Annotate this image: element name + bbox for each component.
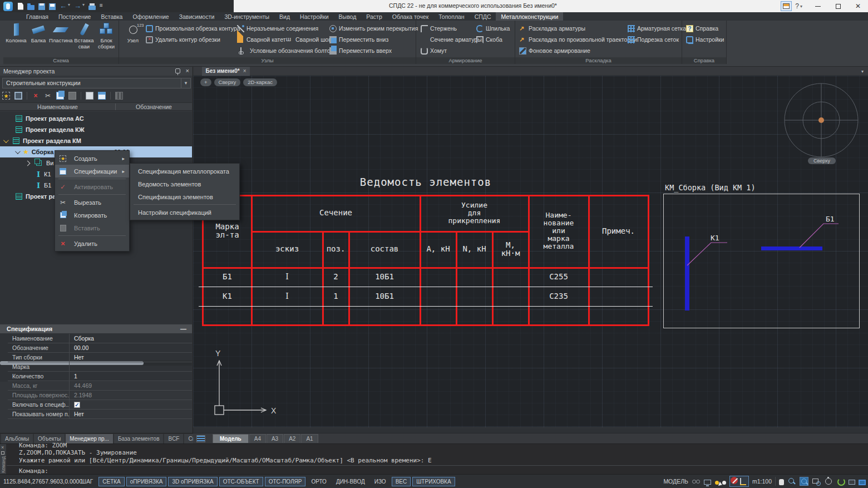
chevron-down-icon[interactable] <box>15 149 21 154</box>
model-space-label[interactable]: МОДЕЛЬ <box>663 478 688 485</box>
staple-button[interactable]: Скоба <box>476 35 502 44</box>
prop-row-show-number[interactable]: Показывать номер п... Нет <box>8 410 192 419</box>
toggle-izo[interactable]: ИЗО <box>371 477 390 486</box>
zoom-icon[interactable] <box>787 477 796 486</box>
rebar-section-button[interactable]: Сечение арматуры <box>421 35 482 44</box>
rebar-layout-button[interactable]: ↗ Раскладка арматуры <box>519 24 585 33</box>
submenu-item-spec-settings[interactable]: Настройки спецификаций <box>130 206 239 219</box>
ucs-toggle-icon[interactable] <box>739 477 748 486</box>
menu-item-delete[interactable]: × Удалить <box>55 237 129 250</box>
viewport-style-button[interactable]: 2D-каркас <box>243 78 277 86</box>
ribbon-tab-oformlenie[interactable]: Оформление <box>127 12 174 21</box>
pan-icon[interactable] <box>779 479 784 485</box>
viewport-menu-button[interactable]: + <box>200 78 211 86</box>
scale-indicator[interactable]: m1:100 <box>752 478 772 485</box>
show-windows-icon[interactable] <box>14 92 22 100</box>
delete-crop-button[interactable]: Удалить контур обрезки <box>146 35 220 44</box>
ribbon-tab-nastroyki[interactable]: Настройки <box>295 12 334 21</box>
layout-tab-a2[interactable]: А2 <box>284 434 300 443</box>
undo-dropdown-icon[interactable]: ▾ <box>68 2 70 10</box>
microphone-muted-icon[interactable] <box>731 477 738 484</box>
save-as-icon[interactable] <box>49 3 56 10</box>
collapse-icon[interactable]: — <box>180 326 186 332</box>
toggle-3d-oprivyazka[interactable]: 3D оПРИВЯЗКА <box>168 477 217 486</box>
ribbon-tab-vid[interactable]: Вид <box>274 12 295 21</box>
document-tab[interactable]: Без имени0*× <box>202 67 250 76</box>
background-reinf-button[interactable]: Фоновое армирование <box>519 46 590 55</box>
paste-icon[interactable] <box>68 92 76 100</box>
print-icon[interactable] <box>88 6 96 10</box>
column-name[interactable]: Наименование <box>0 103 115 110</box>
regen-icon[interactable] <box>836 477 845 486</box>
minimize-button[interactable] <box>808 0 828 12</box>
document-close-icon[interactable]: × <box>243 68 246 74</box>
toggle-shtrihovka[interactable]: ШТРИХОВКА <box>412 477 455 486</box>
rebar-mesh-button[interactable]: Арматурная сетка <box>628 24 686 33</box>
permanent-joints-button[interactable]: Неразъемные соединения <box>237 24 318 33</box>
redo-icon[interactable]: → <box>74 2 81 10</box>
toggle-oprivyazka[interactable]: оПРИВЯЗКА <box>126 477 167 486</box>
weld-seam-button[interactable]: Ш Сварной шов <box>286 35 332 44</box>
mesh-trim-button[interactable]: Подрезка сеток <box>628 35 679 44</box>
menu-item-specifications[interactable]: Спецификации ▸ <box>55 165 129 178</box>
highlight-cursor-icon[interactable] <box>715 481 719 485</box>
specification-icon[interactable] <box>98 92 106 100</box>
tab-list-dropdown-icon[interactable]: ▾ <box>861 69 864 74</box>
edit-icon[interactable] <box>86 92 93 100</box>
help-ribbon-button[interactable]: ? Справка <box>686 24 718 33</box>
lock-ui-icon[interactable] <box>849 480 855 485</box>
redo-dropdown-icon[interactable]: ▾ <box>82 2 85 10</box>
menu-item-cut[interactable]: ✂ Вырезать <box>55 196 129 209</box>
canvas-horizontal-scrollbar[interactable] <box>193 427 868 433</box>
submenu-item-metal-spec[interactable]: Спецификация металлопроката <box>130 165 239 178</box>
panel-close-icon[interactable]: × <box>186 67 189 74</box>
zoom-window-icon[interactable] <box>800 477 808 486</box>
prop-row-mark[interactable]: Марка <box>8 362 192 372</box>
create-node-icon[interactable]: ★ <box>2 92 10 100</box>
interface-style-button[interactable] <box>781 1 792 11</box>
model-space[interactable]: + Сверху 2D-каркас <box>193 76 868 427</box>
copy-icon[interactable] <box>56 92 64 100</box>
command-pin-icon[interactable] <box>1 451 4 455</box>
tree-item-project-km[interactable]: Проект раздела КМ <box>0 135 192 146</box>
ribbon-tab-topoplan[interactable]: Топоплан <box>433 12 469 21</box>
toggle-shag[interactable]: ШАГ <box>77 477 97 486</box>
command-panel-side-tab[interactable]: × Команд <box>0 444 6 475</box>
prop-row-assembly-type[interactable]: Тип сборки Нет <box>8 353 192 362</box>
monitor-icon[interactable] <box>704 480 711 485</box>
save-icon[interactable] <box>38 3 45 10</box>
toggle-orto[interactable]: ОРТО <box>307 477 330 486</box>
toggle-ots-obekt[interactable]: ОТС-ОБЪЕКТ <box>219 477 263 486</box>
layout-tab-a4[interactable]: А4 <box>249 434 266 443</box>
help-dropdown-icon[interactable]: ▾ <box>800 4 802 9</box>
prop-row-quantity[interactable]: Количество 1 <box>8 372 192 381</box>
submenu-item-element-spec[interactable]: Спецификация элементов <box>130 190 239 203</box>
toggle-ots-polyar[interactable]: ОТС-ПОЛЯР <box>265 477 306 486</box>
ribbon-tab-zavisimosti[interactable]: Зависимости <box>174 12 220 21</box>
move-up-button[interactable]: Переместить вверх <box>329 46 392 55</box>
rod-button[interactable]: Стержень <box>421 24 457 33</box>
tab-baza-elementov[interactable]: База элементов <box>114 434 164 443</box>
command-close-icon[interactable]: × <box>1 445 4 450</box>
fullscreen-icon[interactable] <box>859 480 866 485</box>
help-button[interactable]: ? <box>795 2 799 10</box>
tab-bcf[interactable]: BCF <box>164 434 183 443</box>
app-logo-icon[interactable] <box>3 2 13 11</box>
nav-wheel-label[interactable]: Сверху <box>808 157 836 164</box>
tab-manager[interactable]: Менеджер пр... <box>66 434 113 443</box>
maximize-button[interactable] <box>828 0 848 12</box>
ribbon-tab-3d[interactable]: 3D-инструменты <box>219 12 274 21</box>
assembly-block-button[interactable]: Блок сборки <box>95 22 118 50</box>
layout-tab-a1[interactable]: А1 <box>301 434 318 443</box>
plate-button[interactable]: Пластина <box>49 22 72 44</box>
bolt-symbols-button[interactable]: Условные обозначения болтов <box>237 46 333 55</box>
new-file-icon[interactable] <box>18 3 23 10</box>
properties-header[interactable]: Спецификация — <box>0 324 192 333</box>
move-down-button[interactable]: Переместить вниз <box>329 35 388 44</box>
menu-item-copy[interactable]: Копировать <box>55 209 129 221</box>
submenu-item-element-list[interactable]: Ведомость элементов <box>130 178 239 190</box>
open-file-icon[interactable] <box>27 5 34 10</box>
crop-contour-button[interactable]: Произвольная обрезка контура <box>146 24 240 33</box>
clamp-button[interactable]: Хомут <box>421 46 447 55</box>
tree-item-project-kzh[interactable]: Проект раздела КЖ <box>0 124 192 135</box>
